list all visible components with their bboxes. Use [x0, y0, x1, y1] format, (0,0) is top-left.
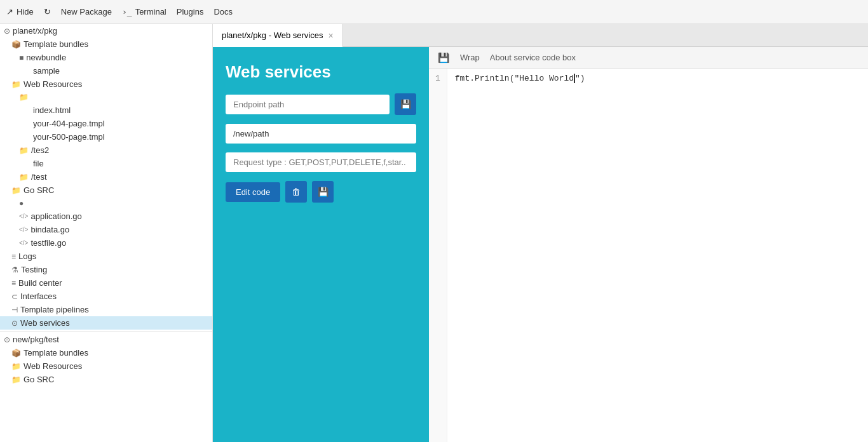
endpoint-save-button[interactable]: 💾	[395, 93, 416, 115]
sidebar-item-your-500[interactable]: your-500-page.tmpl	[0, 130, 212, 144]
pipelines-icon: ⊣	[11, 305, 18, 314]
circle-icon: ⊙	[4, 335, 10, 344]
hide-button[interactable]: ↗ Hide	[6, 7, 34, 17]
about-button[interactable]: About service code box	[490, 53, 576, 62]
folder-icon: 📁	[11, 80, 21, 89]
folder-icon: 📁	[11, 186, 21, 195]
save-button[interactable]: 💾	[312, 181, 334, 203]
sidebar-item-web-resources-2[interactable]: 📁 Web Resources	[0, 359, 212, 373]
sidebar-item-wr-folder[interactable]: 📁	[0, 91, 212, 104]
sidebar-item-build-center[interactable]: ≡ Build center	[0, 276, 212, 290]
sidebar-item-go-src[interactable]: 📁 Go SRC	[0, 184, 212, 197]
sidebar-item-web-resources-1[interactable]: 📁 Web Resources	[0, 77, 212, 91]
sidebar: ⊙ planet/x/pkg 📦 Template bundles ■ newb…	[0, 24, 213, 442]
code-icon: </>	[19, 226, 28, 233]
tab-label: planet/x/pkg - Web services	[222, 30, 323, 40]
folder-icon: 📁	[11, 362, 21, 371]
sidebar-item-bindata-go[interactable]: </> bindata.go	[0, 223, 212, 236]
circle-icon: ⊙	[4, 27, 10, 36]
refresh-button[interactable]: ↻	[44, 7, 51, 17]
code-icon: </>	[19, 239, 28, 246]
path-row	[226, 124, 416, 144]
sidebar-item-logs[interactable]: ≡ Logs	[0, 250, 212, 263]
code-panel: 💾 Wrap About service code box 1 fmt.Prin…	[429, 47, 868, 442]
line-number: 1	[435, 74, 440, 83]
ws-panel-title: Web services	[226, 62, 416, 82]
folder-icon: 📁	[19, 146, 29, 155]
toolbar: ↗ Hide ↻ New Package ›_ Terminal Plugins…	[0, 0, 868, 24]
sidebar-item-index-html[interactable]: index.html	[0, 104, 212, 117]
panel-area: Web services 💾 Edit	[213, 47, 868, 442]
code-toolbar: 💾 Wrap About service code box	[429, 47, 868, 69]
content-area: planet/x/pkg - Web services × Web servic…	[213, 24, 868, 442]
package-icon: 📦	[11, 349, 21, 358]
package-icon: 📦	[11, 40, 21, 49]
sidebar-item-sample[interactable]: sample	[0, 64, 212, 77]
web-services-icon: ⊙	[11, 319, 18, 328]
sidebar-item-testing[interactable]: ⚗ Testing	[0, 263, 212, 276]
save-icon: 💾	[400, 99, 411, 109]
sidebar-item-your-404[interactable]: your-404-page.tmpl	[0, 117, 212, 130]
sidebar-item-testfile-go[interactable]: </> testfile.go	[0, 236, 212, 250]
path-input[interactable]	[226, 124, 416, 144]
plugins-button[interactable]: Plugins	[177, 7, 204, 17]
delete-button[interactable]: 🗑	[285, 181, 307, 203]
sidebar-item-test[interactable]: 📁 /test	[0, 170, 212, 184]
ws-actions: Edit code 🗑 💾	[226, 181, 416, 203]
sidebar-item-tes2[interactable]: 📁 /tes2	[0, 144, 212, 157]
tab-bar: planet/x/pkg - Web services ×	[213, 24, 868, 47]
sidebar-item-go-src-2[interactable]: 📁 Go SRC	[0, 373, 212, 386]
sidebar-item-new-pkg-test[interactable]: ⊙ new/pkg/test	[0, 333, 212, 346]
terminal-button[interactable]: ›_ Terminal	[122, 7, 166, 17]
tab-web-services[interactable]: planet/x/pkg - Web services ×	[213, 24, 343, 47]
request-type-input[interactable]	[226, 152, 416, 172]
dot-icon: ●	[19, 199, 24, 208]
sidebar-item-application-go[interactable]: </> application.go	[0, 210, 212, 223]
folder-icon: 📁	[19, 173, 29, 182]
new-package-button[interactable]: New Package	[61, 7, 112, 17]
sidebar-item-web-services[interactable]: ⊙ Web services	[0, 316, 212, 330]
code-icon: </>	[19, 213, 28, 220]
sidebar-item-newbundle[interactable]: ■ newbundle	[0, 51, 212, 64]
docs-button[interactable]: Docs	[214, 7, 233, 17]
folder-icon: 📁	[19, 93, 29, 102]
sidebar-item-template-bundles-2[interactable]: 📦 Template bundles	[0, 346, 212, 359]
sidebar-item-planet-pkg[interactable]: ⊙ planet/x/pkg	[0, 24, 212, 37]
wrap-button[interactable]: Wrap	[460, 53, 480, 62]
request-type-row	[226, 152, 416, 172]
edit-code-button[interactable]: Edit code	[226, 182, 280, 202]
sidebar-item-template-pipelines[interactable]: ⊣ Template pipelines	[0, 303, 212, 316]
terminal-icon: ›_	[122, 7, 132, 17]
testing-icon: ⚗	[11, 265, 18, 274]
hide-icon: ↗	[6, 7, 13, 17]
code-content[interactable]: fmt.Println("Hello World")	[447, 69, 868, 442]
interfaces-icon: ⊂	[11, 292, 18, 301]
sidebar-item-template-bundles-1[interactable]: 📦 Template bundles	[0, 37, 212, 51]
main-layout: ⊙ planet/x/pkg 📦 Template bundles ■ newb…	[0, 24, 868, 442]
sidebar-item-interfaces[interactable]: ⊂ Interfaces	[0, 290, 212, 303]
endpoint-row: 💾	[226, 93, 416, 115]
folder-icon: ■	[19, 53, 24, 62]
save2-icon: 💾	[318, 187, 329, 197]
endpoint-input[interactable]	[226, 95, 390, 114]
refresh-icon: ↻	[44, 7, 51, 17]
line-numbers: 1	[429, 69, 447, 442]
folder-icon: 📁	[11, 375, 21, 384]
tab-close-button[interactable]: ×	[328, 30, 333, 41]
sidebar-item-go-dot[interactable]: ●	[0, 197, 212, 210]
code-area: 1 fmt.Println("Hello World")	[429, 69, 868, 442]
sidebar-item-file[interactable]: file	[0, 157, 212, 170]
save-file-icon[interactable]: 💾	[438, 52, 450, 64]
delete-icon: 🗑	[292, 187, 301, 197]
build-icon: ≡	[11, 279, 16, 288]
web-services-panel: Web services 💾 Edit	[213, 47, 429, 442]
logs-icon: ≡	[11, 252, 16, 261]
